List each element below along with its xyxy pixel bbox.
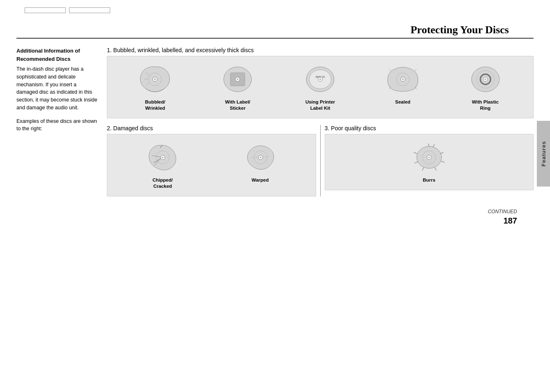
section2-disc-row: Chipped/Cracked xyxy=(114,141,309,189)
disc-img-warped xyxy=(242,141,279,174)
disc-caption-bubbled: Bubbled/Wrinkled xyxy=(145,99,165,111)
disc-item-warped: Warped xyxy=(236,141,285,183)
page-bottom: CONTINUED 187 xyxy=(0,205,550,230)
page-title-bar: Protecting Your Discs xyxy=(16,21,534,39)
disc-img-printer: MUSIC CD xyxy=(302,63,339,96)
section2-box: Chipped/Cracked xyxy=(107,134,316,196)
disc-svg-warped xyxy=(244,143,277,172)
disc-caption-burrs: Burrs xyxy=(423,177,435,183)
disc-svg-bubbled xyxy=(139,65,171,94)
right-column: 1. Bubbled, wrinkled, labelled, and exce… xyxy=(107,47,534,196)
disc-item-sealed: Sealed xyxy=(378,63,428,105)
section3: 3. Poor quality discs xyxy=(321,125,534,196)
page-number: 187 xyxy=(504,216,517,226)
svg-line-44 xyxy=(434,168,436,171)
features-sidebar: Features xyxy=(537,121,550,187)
section3-disc-row: Burrs xyxy=(332,141,527,183)
disc-svg-label xyxy=(221,65,254,94)
disc-caption-label: With Label/Sticker xyxy=(225,99,250,111)
disc-caption-printer: Using PrinterLabel Kit xyxy=(305,99,335,111)
section1-box: Bubbled/Wrinkled xyxy=(107,56,534,118)
disc-svg-plastic-ring xyxy=(469,65,502,94)
section2: 2. Damaged discs xyxy=(107,125,321,196)
svg-point-22 xyxy=(402,78,404,80)
disc-caption-chipped: Chipped/Cracked xyxy=(153,177,173,189)
svg-line-47 xyxy=(414,152,417,154)
svg-point-16 xyxy=(319,78,321,80)
left-section-title: Additional Information of Recommended Di… xyxy=(16,47,99,63)
disc-img-sealed xyxy=(384,63,421,96)
svg-line-46 xyxy=(414,162,418,164)
section1-label: 1. Bubbled, wrinkled, labelled, and exce… xyxy=(107,47,534,53)
main-content: Additional Information of Recommended Di… xyxy=(0,39,550,205)
bottom-sections: 2. Damaged discs xyxy=(107,125,534,196)
section3-box: Burrs xyxy=(325,134,534,190)
top-tabs xyxy=(0,0,550,21)
disc-svg-burrs xyxy=(413,143,446,172)
disc-img-label xyxy=(219,63,256,96)
left-column: Additional Information of Recommended Di… xyxy=(16,47,99,196)
section1: 1. Bubbled, wrinkled, labelled, and exce… xyxy=(107,47,534,118)
disc-svg-printer: MUSIC CD xyxy=(304,65,337,94)
tab-1[interactable] xyxy=(25,7,66,13)
features-label: Features xyxy=(541,141,547,166)
disc-item-plastic-ring: With PlasticRing xyxy=(461,63,510,111)
disc-img-plastic-ring xyxy=(467,63,504,96)
disc-item-burrs: Burrs xyxy=(404,141,454,183)
section1-disc-row: Bubbled/Wrinkled xyxy=(114,63,527,111)
disc-item-printer: MUSIC CD Using PrinterLabel Kit xyxy=(296,63,345,111)
section2-label: 2. Damaged discs xyxy=(107,125,316,131)
disc-img-chipped xyxy=(144,141,181,174)
svg-line-40 xyxy=(428,143,429,146)
svg-point-27 xyxy=(484,78,486,80)
svg-line-45 xyxy=(422,168,424,171)
disc-item-bubbled: Bubbled/Wrinkled xyxy=(130,63,180,111)
section3-label: 3. Poor quality discs xyxy=(325,125,534,131)
disc-img-burrs xyxy=(411,141,448,174)
page-title: Protecting Your Discs xyxy=(411,24,509,36)
svg-point-5 xyxy=(154,78,156,80)
disc-svg-chipped xyxy=(146,143,179,172)
disc-item-chipped: Chipped/Cracked xyxy=(138,141,187,189)
disc-svg-sealed xyxy=(386,65,419,94)
left-paragraph-2: Examples of these discs are shown to the… xyxy=(16,118,99,133)
disc-caption-sealed: Sealed xyxy=(395,99,410,105)
continued-text: CONTINUED xyxy=(488,209,517,214)
svg-line-41 xyxy=(433,144,434,147)
svg-line-42 xyxy=(440,152,443,154)
svg-point-37 xyxy=(260,157,261,158)
svg-point-49 xyxy=(428,157,430,158)
svg-line-18 xyxy=(415,69,416,71)
left-paragraph-1: The in-dash disc player has a sophistica… xyxy=(16,65,99,112)
disc-img-bubbled xyxy=(136,63,173,96)
disc-caption-plastic-ring: With PlasticRing xyxy=(472,99,499,111)
svg-point-10 xyxy=(237,78,238,80)
svg-point-33 xyxy=(162,157,163,158)
svg-line-43 xyxy=(441,161,444,163)
svg-line-17 xyxy=(389,69,391,71)
disc-caption-warped: Warped xyxy=(252,177,269,183)
disc-item-label: With Label/Sticker xyxy=(213,63,262,111)
tab-2[interactable] xyxy=(69,7,110,13)
